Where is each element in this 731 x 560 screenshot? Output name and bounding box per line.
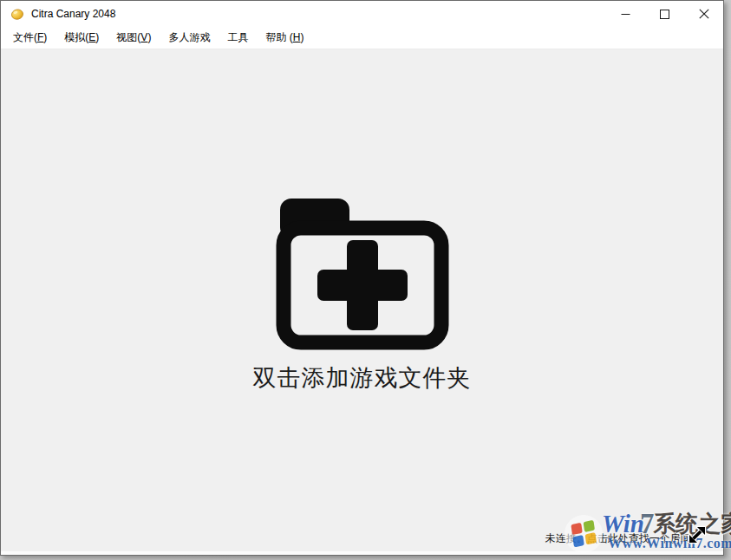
menu-label: )	[300, 31, 303, 43]
maximize-icon	[660, 10, 669, 19]
citra-coin-icon	[10, 7, 24, 21]
maximize-button[interactable]	[645, 1, 684, 27]
menu-label: 帮助 (	[265, 31, 292, 43]
menu-item-emulation[interactable]: 模拟(E)	[55, 27, 108, 49]
minimize-button[interactable]	[606, 1, 645, 27]
menu-item-help[interactable]: 帮助 (H)	[257, 27, 312, 49]
screenshot-root: Citra Canary 2048 文件(F) 模拟(E) 视图(V) 多人游戏…	[0, 0, 731, 560]
menu-label: 文件(	[13, 31, 37, 43]
minimize-icon	[621, 10, 630, 19]
folder-plus-icon	[275, 197, 450, 351]
menu-label: )	[95, 31, 99, 43]
menu-label: )	[147, 31, 151, 43]
menu-label: )	[43, 31, 47, 43]
title-bar[interactable]: Citra Canary 2048	[1, 1, 723, 27]
empty-state[interactable]: 双击添加游戏文件夹	[253, 197, 472, 394]
window-bottom-edge	[1, 551, 723, 555]
menu-item-file[interactable]: 文件(F)	[4, 27, 55, 49]
close-button[interactable]	[684, 1, 723, 27]
citra-window: Citra Canary 2048 文件(F) 模拟(E) 视图(V) 多人游戏…	[0, 0, 724, 556]
menu-label: 模拟(	[64, 31, 88, 43]
empty-state-caption: 双击添加游戏文件夹	[253, 362, 472, 394]
menu-label: 多人游戏	[168, 31, 210, 43]
menu-item-view[interactable]: 视图(V)	[108, 27, 160, 49]
menu-label: 工具	[227, 31, 248, 43]
resize-diagonal-cursor	[686, 524, 708, 546]
window-title: Citra Canary 2048	[31, 8, 606, 20]
network-status-link[interactable]: 未连接。点击此处查找一个房间!	[545, 531, 694, 546]
menu-item-tools[interactable]: 工具	[219, 27, 257, 49]
close-icon	[699, 9, 709, 19]
menu-label: 视图(	[116, 31, 140, 43]
game-list-area[interactable]: 双击添加游戏文件夹 未连接。点击此处查找一个房间!	[1, 49, 723, 551]
menu-bar: 文件(F) 模拟(E) 视图(V) 多人游戏 工具 帮助 (H)	[1, 27, 723, 49]
menu-item-multiplayer[interactable]: 多人游戏	[160, 27, 219, 49]
window-controls	[606, 1, 723, 27]
